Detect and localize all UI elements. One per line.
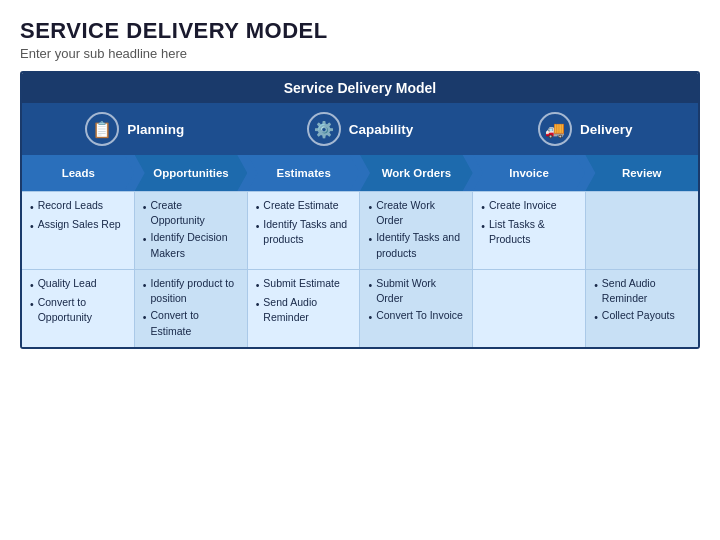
bullet-text: Submit Estimate <box>263 276 339 293</box>
bullet-item: •Create Opportunity <box>143 198 239 228</box>
bullet-text: Submit Work Order <box>376 276 464 306</box>
content-cell-r0-c1: •Create Opportunity•Identify Decision Ma… <box>135 192 248 269</box>
content-cell-r1-c2: •Submit Estimate•Send Audio Reminder <box>248 270 361 347</box>
content-cell-r0-c3: •Create Work Order•Identify Tasks and pr… <box>360 192 473 269</box>
bullet-text: Create Work Order <box>376 198 464 228</box>
bullet-text: Identify Decision Makers <box>151 230 239 260</box>
bullet-item: •Create Invoice <box>481 198 577 215</box>
bullet-dot: • <box>143 278 147 306</box>
bullet-dot: • <box>368 278 372 306</box>
bullet-text: Identify Tasks and products <box>376 230 464 260</box>
phase-planning-label: Planning <box>127 122 184 137</box>
page: SERVICE DELIVERY MODEL Enter your sub he… <box>0 0 720 540</box>
bullet-text: Collect Payouts <box>602 308 675 325</box>
content-cell-r1-c0: •Quality Lead•Convert to Opportunity <box>22 270 135 347</box>
phase-planning: 📋 Planning <box>22 103 247 155</box>
bullet-item: •Identify product to position <box>143 276 239 306</box>
sub-headline: Enter your sub headline here <box>20 46 700 61</box>
content-row-2: •Quality Lead•Convert to Opportunity•Ide… <box>22 269 698 347</box>
phase-capability-label: Capability <box>349 122 414 137</box>
bullet-text: Send Audio Reminder <box>263 295 351 325</box>
bullet-item: •Create Work Order <box>368 198 464 228</box>
bullet-dot: • <box>30 278 34 293</box>
stage-work-orders: Work Orders <box>360 155 473 191</box>
bullet-text: Quality Lead <box>38 276 97 293</box>
bullet-item: •Convert To Invoice <box>368 308 464 325</box>
bullet-dot: • <box>368 232 372 260</box>
bullet-item: •Identify Decision Makers <box>143 230 239 260</box>
content-cell-r1-c1: •Identify product to position•Convert to… <box>135 270 248 347</box>
bullet-text: List Tasks & Products <box>489 217 577 247</box>
bullet-text: Identify Tasks and products <box>263 217 351 247</box>
bullet-item: •Submit Estimate <box>256 276 352 293</box>
bullet-text: Create Opportunity <box>151 198 239 228</box>
stages-row: LeadsOpportunitiesEstimatesWork OrdersIn… <box>22 155 698 191</box>
phases-row: 📋 Planning ⚙️ Capability 🚚 Delivery <box>22 103 698 155</box>
bullet-dot: • <box>30 219 34 234</box>
bullet-text: Assign Sales Rep <box>38 217 121 234</box>
bullet-dot: • <box>30 200 34 215</box>
bullet-dot: • <box>143 200 147 228</box>
bullet-text: Create Estimate <box>263 198 338 215</box>
bullet-item: •Send Audio Reminder <box>594 276 690 306</box>
bullet-item: •Collect Payouts <box>594 308 690 325</box>
content-cell-r1-c4 <box>473 270 586 347</box>
content-row-1: •Record Leads•Assign Sales Rep•Create Op… <box>22 191 698 269</box>
bullet-item: •Convert to Estimate <box>143 308 239 338</box>
capability-icon: ⚙️ <box>307 112 341 146</box>
bullet-dot: • <box>594 310 598 325</box>
content-cell-r0-c2: •Create Estimate•Identify Tasks and prod… <box>248 192 361 269</box>
bullet-item: •Identify Tasks and products <box>368 230 464 260</box>
bullet-dot: • <box>256 297 260 325</box>
bullet-item: •Identify Tasks and products <box>256 217 352 247</box>
content-rows: •Record Leads•Assign Sales Rep•Create Op… <box>22 191 698 347</box>
planning-icon: 📋 <box>85 112 119 146</box>
bullet-item: •Assign Sales Rep <box>30 217 126 234</box>
diagram: Service Delivery Model 📋 Planning ⚙️ Cap… <box>20 71 700 349</box>
diagram-header: Service Delivery Model <box>22 73 698 103</box>
bullet-dot: • <box>594 278 598 306</box>
content-cell-r0-c5 <box>586 192 698 269</box>
stage-estimates: Estimates <box>247 155 360 191</box>
content-cell-r1-c3: •Submit Work Order•Convert To Invoice <box>360 270 473 347</box>
phase-capability: ⚙️ Capability <box>247 103 472 155</box>
bullet-text: Convert to Opportunity <box>38 295 126 325</box>
bullet-dot: • <box>143 232 147 260</box>
bullet-item: •Send Audio Reminder <box>256 295 352 325</box>
phase-delivery: 🚚 Delivery <box>473 103 698 155</box>
content-cell-r1-c5: •Send Audio Reminder•Collect Payouts <box>586 270 698 347</box>
bullet-text: Convert To Invoice <box>376 308 463 325</box>
bullet-item: •List Tasks & Products <box>481 217 577 247</box>
bullet-item: •Submit Work Order <box>368 276 464 306</box>
bullet-item: •Create Estimate <box>256 198 352 215</box>
phase-delivery-label: Delivery <box>580 122 633 137</box>
stage-review: Review <box>585 155 698 191</box>
bullet-dot: • <box>30 297 34 325</box>
bullet-dot: • <box>256 219 260 247</box>
bullet-text: Convert to Estimate <box>151 308 239 338</box>
bullet-text: Identify product to position <box>151 276 239 306</box>
bullet-dot: • <box>256 200 260 215</box>
stage-leads: Leads <box>22 155 135 191</box>
bullet-item: •Quality Lead <box>30 276 126 293</box>
bullet-dot: • <box>256 278 260 293</box>
bullet-dot: • <box>368 310 372 325</box>
bullet-dot: • <box>368 200 372 228</box>
bullet-dot: • <box>143 310 147 338</box>
bullet-item: •Record Leads <box>30 198 126 215</box>
main-title: SERVICE DELIVERY MODEL <box>20 18 700 44</box>
stage-invoice: Invoice <box>473 155 586 191</box>
bullet-dot: • <box>481 200 485 215</box>
delivery-icon: 🚚 <box>538 112 572 146</box>
content-cell-r0-c4: •Create Invoice•List Tasks & Products <box>473 192 586 269</box>
bullet-text: Record Leads <box>38 198 103 215</box>
bullet-item: •Convert to Opportunity <box>30 295 126 325</box>
content-cell-r0-c0: •Record Leads•Assign Sales Rep <box>22 192 135 269</box>
stage-opportunities: Opportunities <box>135 155 248 191</box>
bullet-text: Send Audio Reminder <box>602 276 690 306</box>
bullet-text: Create Invoice <box>489 198 557 215</box>
bullet-dot: • <box>481 219 485 247</box>
